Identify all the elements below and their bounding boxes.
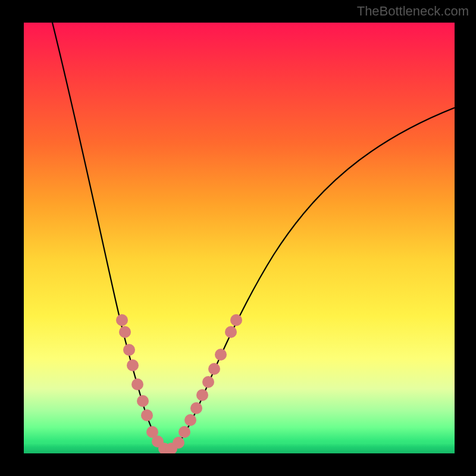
data-dot — [116, 314, 128, 326]
left-curve — [52, 23, 164, 452]
dots-group — [116, 314, 242, 453]
data-dot — [225, 326, 237, 338]
data-dot — [184, 414, 196, 426]
data-dot — [123, 344, 135, 356]
data-dot — [230, 314, 242, 326]
data-dot — [196, 389, 208, 401]
data-dot — [141, 409, 153, 421]
data-dot — [178, 426, 190, 438]
chart-svg — [24, 23, 455, 453]
right-curve — [172, 108, 455, 452]
data-dot — [173, 437, 184, 449]
data-dot — [137, 395, 149, 407]
data-dot — [208, 363, 220, 375]
data-dot — [202, 376, 214, 388]
data-dot — [215, 349, 227, 361]
data-dot — [127, 359, 139, 371]
data-dot — [190, 402, 202, 414]
plot-area — [24, 23, 455, 453]
data-dot — [131, 378, 143, 390]
watermark-text: TheBottleneck.com — [357, 4, 469, 19]
data-dot — [119, 326, 131, 338]
chart-container: TheBottleneck.com — [0, 0, 476, 476]
